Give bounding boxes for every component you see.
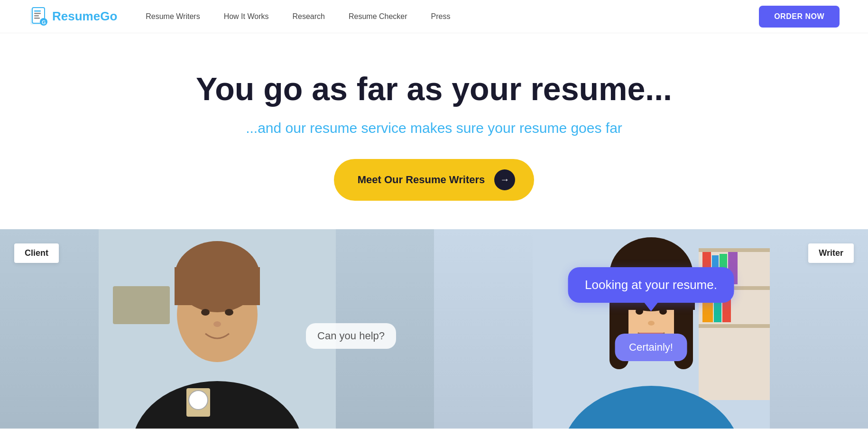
- video-left-panel: Client Can you help?: [0, 229, 434, 429]
- svg-rect-9: [113, 286, 170, 324]
- svg-point-15: [201, 309, 210, 316]
- order-now-button[interactable]: ORDER NOW: [759, 6, 840, 28]
- video-right-panel: Writer Looking at your resume. Certainly…: [434, 229, 868, 429]
- svg-rect-3: [34, 13, 41, 14]
- client-person: [99, 229, 336, 429]
- svg-text:G: G: [42, 19, 46, 25]
- svg-point-17: [213, 321, 221, 327]
- nav-link-how-it-works[interactable]: How It Works: [224, 12, 269, 21]
- navbar: G ResumeGo Resume Writers How It Works R…: [0, 0, 868, 33]
- svg-point-39: [636, 308, 643, 315]
- svg-rect-22: [699, 248, 770, 252]
- hero-section: You go as far as your resume... ...and o…: [0, 33, 868, 229]
- cta-button[interactable]: Meet Our Resume Writers →: [334, 159, 535, 201]
- writer-person: [533, 229, 770, 429]
- logo-icon: G: [28, 7, 48, 27]
- svg-rect-24: [699, 324, 770, 328]
- nav-link-research[interactable]: Research: [292, 12, 324, 21]
- svg-rect-5: [34, 18, 40, 19]
- svg-point-16: [225, 309, 233, 316]
- cta-arrow-icon: →: [494, 169, 515, 190]
- svg-rect-14: [175, 267, 260, 305]
- speech-bubble-client: Can you help?: [306, 323, 396, 349]
- hero-title: You go as far as your resume...: [19, 71, 849, 107]
- cta-label: Meet Our Resume Writers: [358, 174, 485, 186]
- nav-link-press[interactable]: Press: [431, 12, 451, 21]
- logo[interactable]: G ResumeGo: [28, 7, 117, 27]
- logo-text: ResumeGo: [52, 9, 117, 24]
- hero-subtitle: ...and our resume service makes sure you…: [19, 120, 849, 136]
- nav-link-resume-checker[interactable]: Resume Checker: [349, 12, 407, 21]
- svg-point-41: [648, 321, 655, 326]
- svg-rect-4: [34, 15, 39, 17]
- video-section: Client Can you help?: [0, 229, 868, 429]
- writer-label: Writer: [808, 243, 854, 263]
- svg-point-19: [189, 391, 208, 410]
- client-label: Client: [14, 243, 59, 263]
- svg-point-40: [659, 308, 667, 315]
- nav-links: Resume Writers How It Works Research Res…: [146, 12, 759, 21]
- nav-link-resume-writers[interactable]: Resume Writers: [146, 12, 200, 21]
- svg-rect-2: [34, 10, 41, 12]
- speech-bubble-writer-secondary: Certainly!: [615, 334, 687, 361]
- speech-bubble-writer-main: Looking at your resume.: [568, 267, 734, 303]
